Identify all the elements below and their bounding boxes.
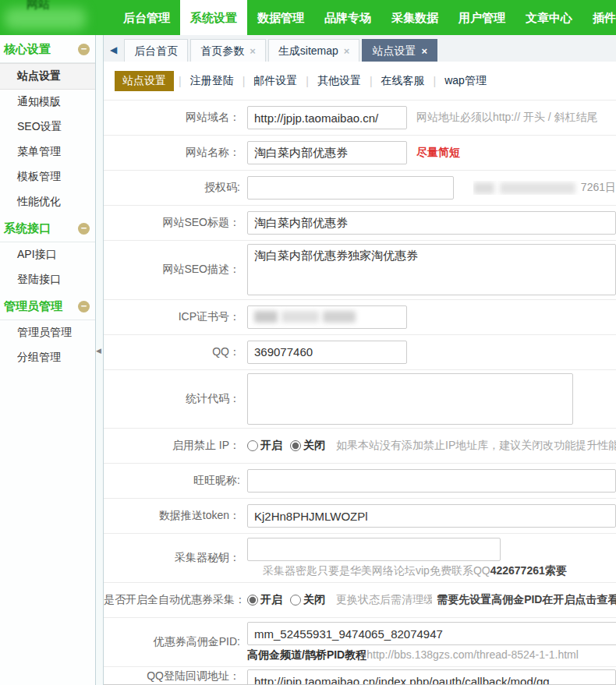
wangwang-input[interactable] (247, 469, 616, 493)
collapse-minus-icon[interactable]: − (78, 301, 90, 312)
sidebar-item-api[interactable]: API接口 (0, 242, 95, 267)
row-site-domain: 网站域名： 网站地址必须以http:// 开头 / 斜杠结尾 (104, 100, 616, 135)
sidebar-item-admin-manage[interactable]: 管理员管理 (0, 320, 95, 345)
collapse-minus-icon[interactable]: − (78, 223, 90, 235)
auto-collect-radio-on[interactable]: 开启 (247, 593, 282, 607)
nav-item-system-settings[interactable]: 系统设置 (180, 0, 247, 35)
pid-hint: 高佣金频道/鹊桥PID教程http://bbs.138gzs.com/threa… (247, 648, 579, 662)
push-token-label: 数据推送token： (104, 509, 247, 523)
sidebar-splitter[interactable]: ◀ (95, 35, 104, 685)
site-logo: 网站 (0, 0, 113, 35)
ban-ip-radio-off[interactable]: 关闭 (290, 439, 325, 453)
auto-collect-label: 是否开启全自动优惠券采集： (104, 593, 247, 607)
pid-hint-bold: 高佣金频道/鹊桥PID教程 (247, 648, 366, 661)
ban-ip-label: 启用禁止 IP： (104, 439, 247, 453)
collapse-sidebar-arrow-icon[interactable]: ◀ (96, 347, 101, 355)
redacted-block (254, 311, 278, 323)
stats-code-label: 统计代码： (104, 392, 247, 406)
row-auth-code: 授权码: 7261日 (104, 170, 616, 205)
pid-input[interactable] (247, 622, 616, 645)
auth-code-input[interactable] (247, 176, 454, 199)
logo-text-fragment: 网站 (27, 0, 50, 12)
sidebar-item-site-settings[interactable]: 站点设置 (0, 63, 95, 90)
nav-item-backend[interactable]: 后台管理 (113, 0, 180, 35)
qq-callback-label: QQ登陆回调地址： (104, 669, 247, 683)
qq-callback-input[interactable] (247, 669, 616, 684)
auto-collect-radio-on-input[interactable] (247, 595, 258, 606)
close-tab-icon[interactable]: × (421, 41, 427, 62)
pid-label: 优惠券高佣金PID: (104, 635, 247, 649)
ban-ip-radio-off-input[interactable] (290, 440, 301, 451)
pid-hint-link: http://bbs.138gzs.com/thread-8524-1-1.ht… (366, 648, 579, 661)
top-nav-items: 后台管理 系统设置 数据管理 品牌专场 采集数据 用户管理 文章中心 插件管理 … (113, 0, 616, 35)
qq-input[interactable] (247, 341, 407, 364)
sidebar-item-group-manage[interactable]: 分组管理 (0, 345, 95, 370)
sidebar-item-template-manage[interactable]: 模板管理 (0, 164, 95, 189)
subtab-mail-settings[interactable]: 邮件设置 (245, 74, 306, 88)
seo-title-label: 网站SEO标题： (104, 216, 247, 230)
tab-strip: ◀ 后台首页 首页参数 × 生成sitemap × 站点设置 × (104, 35, 616, 62)
sidebar-item-login-api[interactable]: 登陆接口 (0, 267, 95, 292)
icp-input[interactable] (247, 305, 407, 329)
sidebar-section-system-api: 系统接口 − (0, 214, 95, 242)
collector-key-hint-gray: 采集器密匙只要是华美网络论坛vip免费联系QQ (263, 564, 490, 577)
icp-label: ICP证书号： (104, 310, 247, 324)
auto-collect-radio-off-input[interactable] (290, 595, 301, 606)
top-nav-bar: 网站 后台管理 系统设置 数据管理 品牌专场 采集数据 用户管理 文章中心 插件… (0, 0, 616, 35)
subtab-site-settings[interactable]: 站点设置 (115, 71, 174, 91)
auth-code-hint-visible: 7261日 (581, 181, 616, 195)
auto-collect-radio-off[interactable]: 关闭 (290, 593, 325, 607)
auth-code-redacted-hint: 7261日 (473, 181, 616, 195)
auto-collect-hint-gray: 更换状态后需清理缓存 (336, 593, 432, 607)
tab-label: 站点设置 (372, 41, 416, 62)
site-domain-label: 网站域名： (104, 111, 247, 125)
radio-label: 关闭 (303, 439, 325, 453)
content-area: ◀ 后台首页 首页参数 × 生成sitemap × 站点设置 × 站点设置 | (104, 35, 616, 685)
nav-item-users[interactable]: 用户管理 (448, 0, 515, 35)
subtab-other-settings[interactable]: 其他设置 (309, 74, 370, 88)
subtab-register-login[interactable]: 注册登陆 (182, 74, 243, 88)
sidebar-item-performance[interactable]: 性能优化 (0, 189, 95, 214)
ban-ip-radio-on[interactable]: 开启 (247, 439, 282, 453)
redacted-block (281, 311, 319, 323)
nav-item-plugins[interactable]: 插件管理 (582, 0, 616, 35)
sidebar-item-notify-template[interactable]: 通知模版 (0, 90, 95, 115)
ban-ip-radio-on-input[interactable] (247, 440, 258, 451)
site-name-input[interactable] (247, 141, 407, 164)
collapse-minus-icon[interactable]: − (78, 44, 90, 55)
site-name-label: 网站名称： (104, 146, 247, 160)
close-tab-icon[interactable]: × (250, 41, 256, 62)
sidebar-item-menu-manage[interactable]: 菜单管理 (0, 139, 95, 164)
site-name-hint: 尽量简短 (416, 146, 460, 160)
tab-label: 首页参数 (200, 41, 244, 62)
seo-title-input[interactable] (247, 211, 616, 235)
tab-scroll-left-icon[interactable]: ◀ (105, 44, 124, 62)
subtab-online-service[interactable]: 在线客服 (373, 74, 434, 88)
row-push-token: 数据推送token： (104, 498, 616, 533)
redacted-block (323, 311, 356, 323)
nav-item-collect-data[interactable]: 采集数据 (381, 0, 448, 35)
sidebar-section-title: 系统接口 (4, 221, 51, 236)
tab-generate-sitemap[interactable]: 生成sitemap × (268, 39, 360, 62)
collector-key-input[interactable] (247, 538, 501, 561)
nav-item-articles[interactable]: 文章中心 (515, 0, 582, 35)
subtab-wap-manage[interactable]: wap管理 (436, 74, 495, 88)
tab-home-params[interactable]: 首页参数 × (190, 39, 266, 62)
site-domain-input[interactable] (247, 106, 407, 129)
row-collector-key: 采集器秘钥： 采集器密匙只要是华美网络论坛vip免费联系QQ422677261索… (104, 533, 616, 582)
push-token-input[interactable] (247, 504, 616, 528)
tab-site-settings[interactable]: 站点设置 × (362, 39, 437, 62)
nav-item-data-manage[interactable]: 数据管理 (247, 0, 314, 35)
sidebar-item-seo-settings[interactable]: SEO设置 (0, 115, 95, 139)
stats-code-textarea[interactable] (247, 373, 573, 425)
row-seo-desc: 网站SEO描述： 淘白菜内部优惠券独家淘优惠券 (104, 240, 616, 299)
auth-code-label: 授权码: (104, 181, 247, 195)
sidebar-section-admin-manage: 管理员管理 − (0, 292, 95, 320)
site-domain-hint: 网站地址必须以http:// 开头 / 斜杠结尾 (416, 111, 598, 125)
close-tab-icon[interactable]: × (344, 41, 350, 62)
tab-home[interactable]: 后台首页 (124, 39, 188, 62)
redacted-block (473, 182, 494, 194)
row-wangwang: 旺旺昵称: (104, 463, 616, 498)
nav-item-brand[interactable]: 品牌专场 (314, 0, 381, 35)
seo-desc-textarea[interactable]: 淘白菜内部优惠券独家淘优惠券 (247, 244, 616, 295)
